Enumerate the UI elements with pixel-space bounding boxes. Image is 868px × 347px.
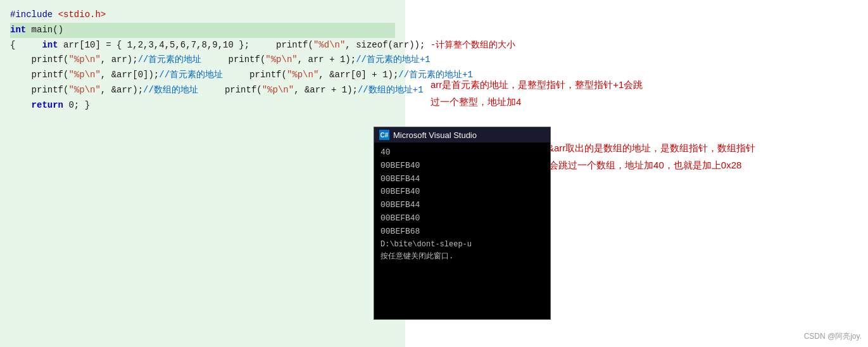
console-line-5: 00BEFB40 (381, 212, 544, 225)
watermark: CSDN @阿亮joy. (804, 331, 862, 342)
annotation-2: 而&arr取出的是数组的地址，是数组指针，数组指针+1会跳过一个数组，地址加40… (538, 139, 766, 174)
console-line-6: 00BEFB68 (381, 225, 544, 239)
visual-studio-icon: C# (379, 130, 389, 140)
console-path: D:\bite\dont-sleep-u (381, 239, 544, 251)
console-line-2: 00BEFB44 (381, 173, 544, 186)
console-line-4: 00BEFB44 (381, 199, 544, 212)
console-window: C# Microsoft Visual Studio 40 00BEFB40 0… (374, 127, 551, 320)
code-panel: #include <stdio.h> int main() { int arr[… (0, 0, 405, 347)
console-line-3: 00BEFB40 (381, 186, 544, 199)
console-title: Microsoft Visual Studio (393, 130, 477, 140)
annotation-1: arr是首元素的地址，是整型指针，整型指针+1会跳过一个整型，地址加4 (431, 76, 646, 110)
console-line-1: 00BEFB40 (381, 160, 544, 173)
console-prompt: 按任意键关闭此窗口. (381, 251, 544, 263)
console-body: 40 00BEFB40 00BEFB44 00BEFB40 00BEFB44 0… (374, 142, 550, 267)
console-line-0: 40 (381, 146, 544, 160)
console-titlebar: C# Microsoft Visual Studio (374, 127, 550, 142)
